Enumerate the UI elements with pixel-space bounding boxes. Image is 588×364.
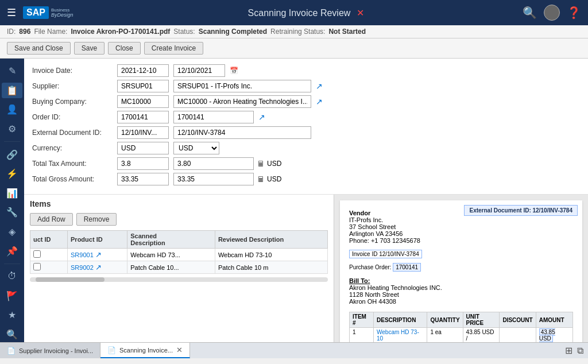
tab1-icon: 📄 xyxy=(7,347,16,355)
sap-logo: SAP xyxy=(23,6,49,19)
nav-item-settings[interactable]: ⚙ xyxy=(2,121,22,137)
total-gross-input[interactable] xyxy=(117,173,169,185)
supplier-name-input[interactable] xyxy=(173,80,311,92)
tab2-close-icon[interactable]: ✕ xyxy=(176,346,183,354)
nav-item-link[interactable]: 🔗 xyxy=(2,146,22,162)
invoice-date-row: Invoice Date: 📅 xyxy=(32,64,580,77)
total-gross-value-group: 🖩 USD xyxy=(173,173,281,185)
nav-item-clock[interactable]: ⏱ xyxy=(2,269,22,285)
row2-product-id-link[interactable]: SR9002 xyxy=(71,264,94,271)
nav-item-chart[interactable]: 📊 xyxy=(2,185,22,201)
avatar[interactable] xyxy=(544,5,560,21)
app-close-icon[interactable]: ✕ xyxy=(357,8,364,18)
nav-item-person[interactable]: 👤 xyxy=(2,102,22,118)
buying-company-name-input[interactable] xyxy=(173,95,311,108)
top-bar-actions: 🔍 ❓ xyxy=(523,5,581,21)
currency-code-input[interactable] xyxy=(117,142,169,154)
total-gross-value-input[interactable] xyxy=(173,173,254,185)
row2-link-icon[interactable]: ↗ xyxy=(95,263,102,272)
inv-row1-discount xyxy=(500,328,536,343)
nav-item-star[interactable]: ★ xyxy=(2,307,22,323)
create-invoice-button[interactable]: Create Invoice xyxy=(144,42,203,55)
id-label: ID: xyxy=(7,28,16,36)
inv-row1-desc: Webcam HD 73-10 xyxy=(374,328,427,343)
invoice-date-display[interactable] xyxy=(173,64,225,77)
invoice-date-calendar-icon[interactable]: 📅 xyxy=(230,67,238,75)
row1-checkbox[interactable] xyxy=(33,250,41,258)
nav-item-diamond[interactable]: ◈ xyxy=(2,224,22,240)
total-tax-input[interactable] xyxy=(117,157,169,170)
ext-doc-value-input[interactable] xyxy=(173,126,311,139)
inv-row1-amount: 43.85 USD xyxy=(536,328,572,343)
status-value: Scanning Completed xyxy=(199,28,267,36)
buying-company-row: Buying Company: ↗ xyxy=(32,95,580,108)
bottom-icon-1[interactable]: ⊞ xyxy=(565,345,572,356)
row2-checkbox[interactable] xyxy=(33,263,41,270)
order-id-link-icon[interactable]: ↗ xyxy=(258,113,265,122)
tab-supplier-invoicing[interactable]: 📄 Supplier Invoicing - Invoi... xyxy=(0,343,100,358)
row1-product-id-link[interactable]: SR9001 xyxy=(71,251,94,258)
nav-item-search[interactable]: 🔍 xyxy=(2,326,22,342)
inv-col-qty: QUANTITY xyxy=(427,312,463,328)
row1-reviewed-desc: Webcam HD 73-10 xyxy=(215,249,327,261)
col-scanned-desc: ScannedDescription xyxy=(127,231,215,249)
ext-doc-code-input[interactable] xyxy=(117,126,169,139)
close-button[interactable]: Close xyxy=(108,42,141,55)
nav-item-lightning[interactable]: ⚡ xyxy=(2,166,22,182)
inv-row1-price: 43.85 USD /1,000 EA xyxy=(463,328,500,343)
ext-doc-id-label: External Document ID: xyxy=(469,207,531,214)
add-row-button[interactable]: Add Row xyxy=(30,213,73,226)
supplier-code-input[interactable] xyxy=(117,80,169,92)
form-area: Invoice Date: 📅 Supplier: ↗ Buying Compa… xyxy=(24,59,588,195)
row1-product-id: SR9001 ↗ xyxy=(68,249,127,261)
app-title-text: Scanning Invoice Review xyxy=(248,8,351,18)
total-tax-row: Total Tax Amount: 🖩 USD xyxy=(32,157,580,170)
total-tax-calc-icon[interactable]: 🖩 xyxy=(257,160,265,168)
buying-company-code-input[interactable] xyxy=(117,95,169,108)
total-tax-currency: USD xyxy=(267,160,281,168)
nav-item-invoice[interactable]: 📋 xyxy=(2,83,22,99)
purchase-order-row: Purchase Order: 1700141 xyxy=(349,263,573,272)
order-id-value-input[interactable] xyxy=(173,111,254,123)
total-tax-value-input[interactable] xyxy=(173,157,254,170)
nav-item-flag[interactable]: 🚩 xyxy=(2,288,22,304)
hamburger-menu-icon[interactable]: ☰ xyxy=(7,6,16,19)
items-table-container: uct ID Product ID ScannedDescription Rev… xyxy=(30,230,328,274)
top-bar: ☰ SAP Business ByDesign Scanning Invoice… xyxy=(0,0,588,25)
invoice-date-input[interactable] xyxy=(117,64,169,77)
inv-col-price: UNIT PRICE xyxy=(463,312,500,328)
buying-company-link-icon[interactable]: ↗ xyxy=(316,97,323,106)
nav-item-wrench[interactable]: 🔧 xyxy=(2,204,22,220)
bill-to-title: Bill To: xyxy=(349,277,573,284)
bill-to-section: Bill To: Akron Heating Technologies INC.… xyxy=(349,277,573,305)
filename-label: File Name: xyxy=(34,28,67,36)
save-button[interactable]: Save xyxy=(74,42,105,55)
bill-to-address2: Akron OH 44308 xyxy=(349,298,573,305)
main-layout: ✎ 📋 👤 ⚙ 🔗 ⚡ 📊 🔧 ◈ 📌 ⏱ 🚩 ★ 🔍 Invoice Date… xyxy=(0,59,588,342)
total-gross-calc-icon[interactable]: 🖩 xyxy=(257,175,265,184)
table-row: SR9002 ↗ Patch Cable 10... Patch Cable 1… xyxy=(30,261,328,274)
nav-item-edit[interactable]: ✎ xyxy=(2,63,22,79)
inv-row1-desc-link[interactable]: Webcam HD 73-10 xyxy=(377,329,419,342)
bottom-icon-2[interactable]: ⧉ xyxy=(577,346,583,356)
inv-row1-qty: 1 ea xyxy=(427,328,463,343)
inv-row-1: 1 Webcam HD 73-10 1 ea 43.85 USD /1,000 … xyxy=(350,328,573,343)
remove-button[interactable]: Remove xyxy=(76,213,117,226)
supplier-label: Supplier: xyxy=(32,82,113,90)
search-icon[interactable]: 🔍 xyxy=(523,6,537,20)
currency-dropdown[interactable]: USD EUR GBP xyxy=(173,142,219,154)
bill-to-name: Akron Heating Technologies INC. xyxy=(349,284,573,291)
order-id-code-input[interactable] xyxy=(117,111,169,123)
nav-item-pin[interactable]: 📌 xyxy=(2,243,22,259)
items-panel: Items Add Row Remove uct ID Product ID S… xyxy=(24,195,334,342)
tab-scanning-invoice[interactable]: 📄 Scanning Invoice... ✕ xyxy=(100,343,190,358)
inv-col-amount: AMOUNT xyxy=(536,312,572,328)
save-close-button[interactable]: Save and Close xyxy=(7,42,71,55)
row1-link-icon[interactable]: ↗ xyxy=(95,250,102,259)
supplier-link-icon[interactable]: ↗ xyxy=(316,82,323,91)
invoice-number-badge: Invoice ID 12/10/INV-3784 xyxy=(349,250,422,258)
help-icon[interactable]: ❓ xyxy=(567,6,581,20)
ext-doc-label: External Document ID: xyxy=(32,129,113,137)
horizontal-scrollbar[interactable] xyxy=(30,277,328,282)
ext-doc-row: External Document ID: xyxy=(32,126,580,139)
